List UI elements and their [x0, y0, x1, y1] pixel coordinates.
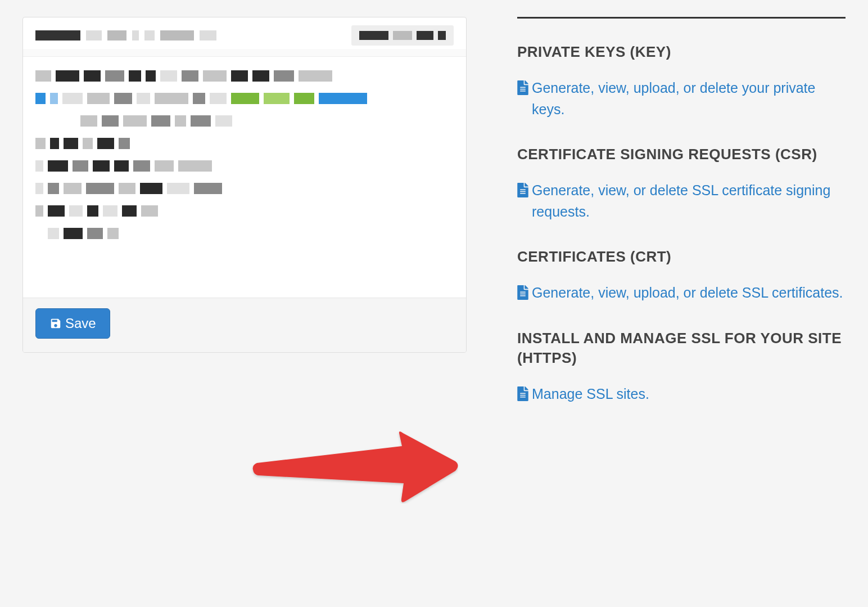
- redacted-text: [359, 31, 388, 40]
- redacted-text: [393, 31, 412, 40]
- redacted-line: [35, 228, 454, 239]
- annotation-arrow: [250, 430, 458, 503]
- redacted-text: [86, 30, 102, 41]
- sidebar-link-text: Generate, view, upload, or delete SSL ce…: [532, 282, 846, 304]
- file-icon: [517, 386, 528, 401]
- editor-panel: Save: [22, 17, 467, 353]
- editor-tab[interactable]: [351, 25, 454, 46]
- redacted-text: [144, 30, 155, 41]
- sidebar-heading-private-keys: PRIVATE KEYS (KEY): [517, 42, 846, 62]
- redacted-text: [200, 30, 216, 41]
- redacted-text: [160, 30, 194, 41]
- editor-subbar: [23, 49, 466, 57]
- save-button[interactable]: Save: [35, 308, 110, 339]
- sidebar-link-private-keys[interactable]: Generate, view, upload, or delete your p…: [517, 78, 846, 120]
- redacted-line: [35, 138, 454, 149]
- sidebar-link-manage-ssl[interactable]: Manage SSL sites.: [517, 384, 846, 405]
- redacted-line: [35, 205, 454, 217]
- redacted-line: [35, 160, 454, 172]
- sidebar-divider: [517, 17, 846, 19]
- editor-toolbar: [23, 17, 466, 49]
- save-button-label: Save: [65, 316, 96, 331]
- sidebar-link-text: Generate, view, or delete SSL certificat…: [532, 180, 846, 222]
- main-content: Save: [22, 17, 467, 429]
- redacted-line: [35, 93, 454, 104]
- editor-footer: Save: [23, 298, 466, 352]
- sidebar: PRIVATE KEYS (KEY) Generate, view, uploa…: [506, 17, 846, 429]
- file-icon: [517, 285, 528, 300]
- sidebar-link-text: Manage SSL sites.: [532, 384, 846, 405]
- file-icon: [517, 183, 528, 197]
- file-icon: [517, 80, 528, 95]
- sidebar-heading-install-ssl: INSTALL AND MANAGE SSL FOR YOUR SITE (HT…: [517, 329, 846, 368]
- redacted-text: [417, 31, 433, 40]
- page-layout: Save PRIVATE KEYS (KEY) Generate, view, …: [22, 17, 846, 429]
- redacted-line: [35, 70, 454, 82]
- sidebar-heading-csr: CERTIFICATE SIGNING REQUESTS (CSR): [517, 145, 846, 164]
- redacted-line: [35, 183, 454, 194]
- redacted-text: [438, 31, 446, 40]
- save-icon: [49, 317, 62, 330]
- sidebar-link-text: Generate, view, upload, or delete your p…: [532, 78, 846, 120]
- redacted-text: [107, 30, 126, 41]
- redacted-text: [132, 30, 139, 41]
- sidebar-link-crt[interactable]: Generate, view, upload, or delete SSL ce…: [517, 282, 846, 304]
- sidebar-heading-crt: CERTIFICATES (CRT): [517, 247, 846, 267]
- redacted-line: [35, 115, 454, 127]
- redacted-text: [35, 30, 80, 41]
- editor-body[interactable]: [23, 57, 466, 298]
- sidebar-link-csr[interactable]: Generate, view, or delete SSL certificat…: [517, 180, 846, 222]
